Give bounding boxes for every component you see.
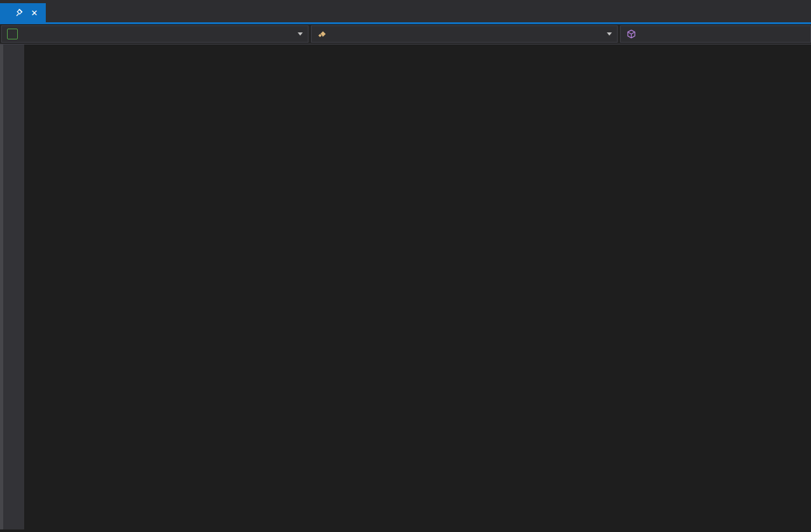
tab-function-cs[interactable]: ✕ (0, 3, 46, 22)
project-dropdown[interactable] (1, 25, 308, 43)
tab-strip: ✕ (0, 0, 811, 24)
code-editor[interactable] (0, 44, 811, 529)
chevron-down-icon (607, 32, 612, 36)
breakpoint-margin[interactable] (3, 44, 24, 529)
navigation-bar (0, 24, 811, 44)
close-icon[interactable]: ✕ (29, 8, 39, 18)
code-area[interactable] (0, 44, 811, 46)
class-icon (317, 29, 328, 39)
csharp-project-icon (7, 29, 18, 39)
member-dropdown[interactable] (620, 25, 811, 43)
chevron-down-icon (298, 32, 303, 36)
method-icon (626, 29, 637, 39)
pin-icon[interactable] (13, 8, 24, 18)
type-dropdown[interactable] (311, 25, 618, 43)
